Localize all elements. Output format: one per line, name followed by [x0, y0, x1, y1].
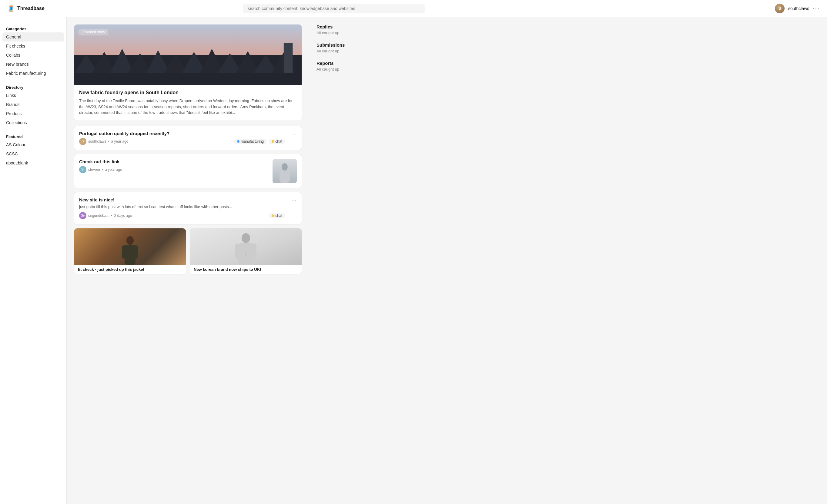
post-author-avatar: St [79, 166, 86, 173]
post-author: stevem [88, 167, 100, 172]
right-panel: Replies All caught up Submissions All ca… [309, 17, 394, 504]
svg-rect-15 [280, 171, 290, 183]
directory-title: Directory [0, 83, 66, 91]
sidebar: Categories General Fit checks Collabs Ne… [0, 17, 67, 504]
svg-rect-17 [125, 245, 136, 265]
post-author: southclaws [88, 139, 106, 144]
directory-group: Directory Links Brands Producs Collectio… [0, 83, 66, 127]
featured-card-body: New fabric foundry opens in South London… [74, 85, 302, 120]
reports-title: Reports [317, 61, 387, 66]
categories-group: Categories General Fit checks Collabs Ne… [0, 24, 66, 78]
post-meta-dot: • [111, 214, 112, 218]
topnav: 🧵 Threadbase S southclaws ··· [0, 0, 827, 17]
post-time: 2 days ago [114, 214, 132, 218]
sidebar-item-fit-checks[interactable]: Fit checks [0, 42, 66, 51]
replies-section: Replies All caught up [317, 24, 387, 35]
avatar[interactable]: S [775, 4, 785, 13]
sidebar-item-general[interactable]: General [2, 33, 64, 42]
post-thumbnail [273, 159, 297, 183]
post-time: a year ago [105, 167, 122, 172]
post-card-portugal-cotton[interactable]: Portugal cotton quality dropped recently… [74, 126, 302, 150]
building-svg [74, 43, 302, 85]
tag-dot-blue [237, 140, 240, 143]
sidebar-item-collabs[interactable]: Collabs [0, 51, 66, 60]
more-options-button[interactable]: ··· [813, 5, 820, 12]
post-title: New site is nice! [79, 197, 285, 202]
svg-point-20 [242, 233, 250, 243]
featured-story-image: Featured story [74, 24, 302, 85]
search-input[interactable] [243, 4, 425, 13]
post-body: just gotta fill this post with lots of t… [79, 204, 285, 210]
reports-status: All caught up [317, 67, 387, 71]
svg-rect-23 [252, 243, 256, 259]
svg-rect-13 [284, 43, 293, 73]
image-card-label: New korean brand now ships to UK! [190, 265, 302, 274]
post-more-button[interactable]: ··· [291, 197, 297, 204]
post-card-new-site[interactable]: New site is nice! just gotta fill this p… [74, 192, 302, 224]
sidebar-item-brands[interactable]: Brands [0, 100, 66, 109]
post-author: segundeba... [88, 214, 109, 218]
tag-manufacturing: manufacturing [234, 139, 267, 144]
tag-dot-yellow [272, 140, 274, 143]
replies-title: Replies [317, 24, 387, 30]
replies-status: All caught up [317, 31, 387, 35]
post-main: Check out this link St stevem • a year a… [79, 159, 269, 173]
post-author-avatar: S [79, 138, 86, 145]
brand-name: Threadbase [17, 6, 45, 11]
post-meta: Se segundeba... • 2 days ago chat [79, 212, 285, 219]
tag-chat: chat [269, 139, 285, 144]
featured-card-desc: The first day of the Textile Forum was n… [79, 98, 297, 116]
image-card-fit-check[interactable]: fit check - just picked up this jacket [74, 228, 186, 274]
featured-group: Featured AS Colour SCSC about:blank [0, 132, 66, 167]
post-meta-dot: • [108, 139, 109, 144]
post-card-check-link[interactable]: Check out this link St stevem • a year a… [74, 154, 302, 188]
image-grid: fit check - just picked up this jacket J [74, 228, 302, 274]
post-meta-dot: • [102, 167, 103, 172]
post-title: Portugal cotton quality dropped recently… [79, 131, 285, 136]
person-hoodie-icon: J [235, 231, 256, 265]
featured-card-title: New fabric foundry opens in South London [79, 90, 297, 96]
post-main: New site is nice! just gotta fill this p… [79, 197, 285, 219]
post-row: Portugal cotton quality dropped recently… [79, 131, 297, 145]
main-content: Featured story New fabric foundry opens … [67, 17, 309, 504]
reports-section: Reports All caught up [317, 61, 387, 71]
featured-badge: Featured story [79, 29, 108, 36]
username-label: southclaws [788, 6, 809, 11]
brand-logo[interactable]: 🧵 Threadbase [7, 5, 68, 12]
svg-rect-18 [122, 245, 126, 259]
image-card-label: fit check - just picked up this jacket [74, 265, 186, 274]
post-time: a year ago [111, 139, 129, 144]
sidebar-item-about-blank[interactable]: about:blank [0, 158, 66, 167]
featured-title: Featured [0, 132, 66, 140]
sidebar-item-fabric-manufacturing[interactable]: Fabric manufacturing [0, 69, 66, 78]
post-tags: chat [269, 213, 285, 218]
post-tags: manufacturing chat [234, 139, 285, 144]
topnav-right: S southclaws ··· [775, 4, 820, 13]
image-card-korean-brand[interactable]: J New korean brand now ships to UK! [190, 228, 302, 274]
sidebar-item-producs[interactable]: Producs [0, 109, 66, 118]
person-icon [277, 162, 292, 183]
brand-icon: 🧵 [7, 5, 15, 12]
svg-text:J: J [244, 251, 247, 257]
sidebar-item-as-colour[interactable]: AS Colour [0, 140, 66, 149]
post-row: New site is nice! just gotta fill this p… [79, 197, 297, 219]
post-main: Portugal cotton quality dropped recently… [79, 131, 285, 145]
sidebar-item-scsc[interactable]: SCSC [0, 149, 66, 158]
tag-chat-2: chat [269, 213, 285, 218]
svg-point-14 [282, 163, 288, 171]
submissions-section: Submissions All caught up [317, 42, 387, 53]
post-more-button[interactable]: ··· [291, 131, 297, 137]
submissions-title: Submissions [317, 42, 387, 48]
categories-title: Categories [0, 24, 66, 33]
post-meta: S southclaws • a year ago manufacturing [79, 138, 285, 145]
sidebar-item-collections[interactable]: Collections [0, 118, 66, 127]
featured-story-card[interactable]: Featured story New fabric foundry opens … [74, 24, 302, 121]
svg-rect-22 [235, 243, 240, 259]
submissions-status: All caught up [317, 49, 387, 53]
sidebar-item-links[interactable]: Links [0, 91, 66, 100]
svg-rect-19 [134, 245, 138, 259]
person-jacket-icon [121, 234, 139, 265]
post-author-avatar: Se [79, 212, 86, 219]
sidebar-item-new-brands[interactable]: New brands [0, 60, 66, 69]
tag-dot-yellow-2 [272, 214, 274, 217]
